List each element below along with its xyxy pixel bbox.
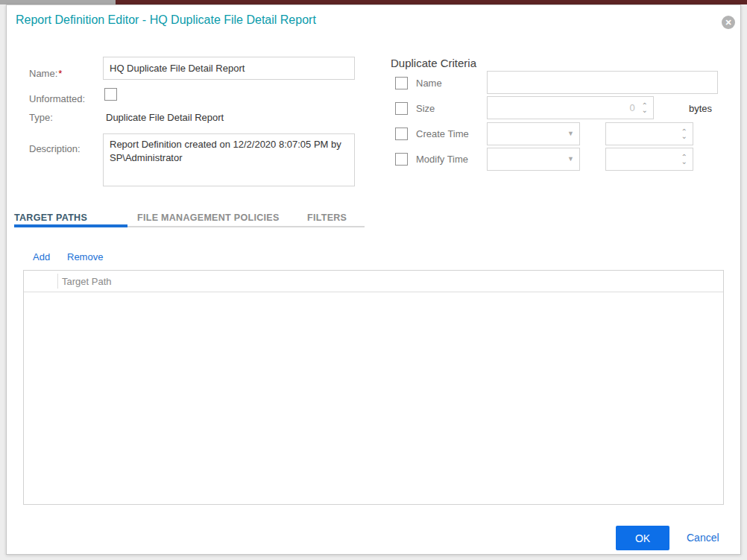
tab-target-paths[interactable]: TARGET PATHS [14,213,87,223]
report-definition-editor-dialog: Report Definition Editor - HQ Duplicate … [6,4,741,555]
bytes-label: bytes [689,103,712,114]
criteria-size-label: Size [416,103,435,114]
criteria-name-checkbox[interactable] [395,77,408,89]
dialog-title: Report Definition Editor - HQ Duplicate … [16,13,316,27]
size-spinner[interactable]: 0 ⌃⌄ [487,96,654,119]
spinner-arrows-icon[interactable]: ⌃⌄ [681,130,687,139]
duplicate-criteria-heading: Duplicate Criteria [391,57,476,69]
tab-file-management-policies[interactable]: FILE MANAGEMENT POLICIES [137,213,280,223]
criteria-name-label: Name [416,78,442,89]
create-time-spinner[interactable]: ⌃⌄ [605,122,693,145]
target-paths-table-body [24,292,723,504]
spinner-down-icon[interactable]: ⌄ [681,134,687,139]
cancel-link[interactable]: Cancel [687,532,719,544]
criteria-size-checkbox[interactable] [395,102,408,115]
criteria-modify-time-checkbox[interactable] [395,153,408,166]
description-label: Description: [29,143,81,154]
tab-active-underline [14,224,127,227]
modify-time-dropdown[interactable]: ▼ [487,148,580,171]
description-textarea[interactable]: Report Definition created on 12/2/2020 8… [103,133,355,186]
criteria-create-time-checkbox[interactable] [395,128,408,140]
create-time-dropdown[interactable]: ▼ [487,122,580,145]
name-label-text: Name: [29,68,57,79]
type-value: Duplicate File Detail Report [106,112,224,123]
column-divider [57,274,58,289]
criteria-name-input[interactable] [487,71,718,94]
target-paths-table-header-row: Target Path [24,271,723,292]
modify-time-spinner[interactable]: ⌃⌄ [605,148,693,171]
target-path-column-header[interactable]: Target Path [62,276,112,287]
spinner-arrows-icon[interactable]: ⌃⌄ [681,155,687,164]
criteria-modify-time-label: Modify Time [416,154,468,165]
spinner-arrows-icon[interactable]: ⌃⌄ [642,104,648,113]
name-label: Name:* [29,68,62,79]
dropdown-arrow-icon[interactable]: ▼ [567,156,574,163]
ok-button[interactable]: OK [616,526,669,550]
name-input[interactable] [103,57,355,80]
remove-link[interactable]: Remove [67,251,103,262]
target-paths-table: Target Path [23,270,724,505]
size-spinner-value: 0 [629,102,634,113]
type-label: Type: [29,112,53,123]
close-icon[interactable]: ✕ [722,16,735,29]
spinner-down-icon[interactable]: ⌄ [681,160,687,164]
tab-filters[interactable]: FILTERS [307,213,347,223]
spinner-down-icon[interactable]: ⌄ [642,108,648,113]
required-asterisk: * [58,68,62,79]
unformatted-checkbox[interactable] [104,88,117,101]
unformatted-label: Unformatted: [29,93,85,104]
add-link[interactable]: Add [33,251,50,262]
dropdown-arrow-icon[interactable]: ▼ [567,130,574,137]
criteria-create-time-label: Create Time [416,128,469,139]
